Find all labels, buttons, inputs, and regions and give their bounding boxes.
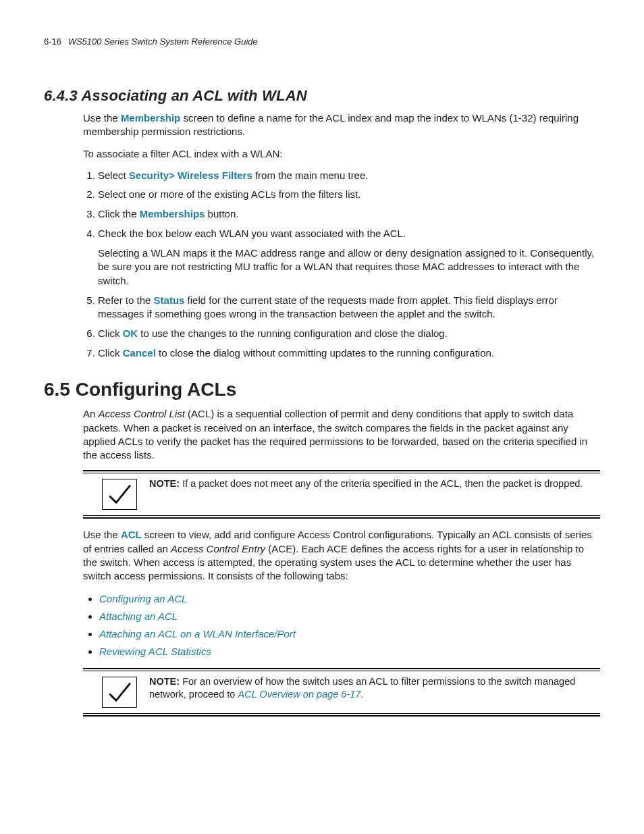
cancel-button-label: Cancel [123,347,156,359]
note-box-2: NOTE: For an overview of how the switch … [83,668,600,716]
step-4: Check the box below each WLAN you want a… [98,227,600,288]
lead-in: To associate a filter ACL index with a W… [83,147,600,161]
step-2: Select one or more of the existing ACLs … [98,188,600,202]
page: 6-16 WS5100 Series Switch System Referen… [0,0,644,834]
note-box-1: NOTE: If a packet does not meet any of t… [83,470,600,519]
checkmark-icon [102,677,137,708]
step-5: Refer to the Status field for the curren… [98,294,600,321]
link-attaching-acl[interactable]: Attaching an ACL [99,610,178,622]
ace-term: Access Control Entry [171,543,265,554]
note-text: NOTE: If a packet does not meet any of t… [149,477,583,490]
running-header: 6-16 WS5100 Series Switch System Referen… [44,36,600,47]
step-1: Select Security> Wireless Filters from t… [98,169,600,183]
procedure-steps: Select Security> Wireless Filters from t… [83,169,600,361]
link-configuring-acl[interactable]: Configuring an ACL [99,593,187,604]
note-label: NOTE: [149,676,180,687]
membership-term: Membership [121,112,180,124]
step-4-detail: Selecting a WLAN maps it the MAC address… [98,246,600,288]
acl-intro-paragraph: An Access Control List (ACL) is a sequen… [83,407,600,462]
status-field-label: Status [154,294,185,306]
content-area: 6.4.3 Associating an ACL with WLAN Use t… [44,87,600,716]
heading-title: Associating an ACL with WLAN [81,87,306,104]
page-number: 6-16 [44,36,61,47]
doc-title: WS5100 Series Switch System Reference Gu… [68,36,258,47]
acl-term: Access Control List [99,408,185,419]
menu-path: Security> Wireless Filters [129,170,252,181]
heading-number: 6.4.3 [44,87,78,104]
heading-6-4-3: 6.4.3 Associating an ACL with WLAN [44,87,600,105]
list-item: Configuring an ACL [99,591,600,607]
ok-button-label: OK [123,328,138,339]
note-label: NOTE: [149,478,180,489]
step-3: Click the Memberships button. [98,207,600,221]
list-item: Reviewing ACL Statistics [99,644,600,660]
heading-title: Configuring ACLs [76,379,236,400]
heading-number: 6.5 [44,379,70,400]
note-text: NOTE: For an overview of how the switch … [149,675,600,701]
link-attaching-acl-wlan[interactable]: Attaching an ACL on a WLAN Interface/Por… [99,628,296,640]
tabs-list: Configuring an ACL Attaching an ACL Atta… [83,591,600,660]
list-item: Attaching an ACL on a WLAN Interface/Por… [99,626,600,642]
step-6: Click OK to use the changes to the runni… [98,327,600,341]
checkmark-icon [102,479,137,510]
link-acl-overview[interactable]: ACL Overview on page 6-17 [238,689,360,700]
link-reviewing-acl-stats[interactable]: Reviewing ACL Statistics [99,646,211,657]
acl-screen-term: ACL [121,529,142,540]
memberships-button-label: Memberships [140,208,205,219]
acl-screen-paragraph: Use the ACL screen to view, add and conf… [83,528,600,583]
heading-6-5: 6.5 Configuring ACLs [44,379,600,400]
list-item: Attaching an ACL [99,608,600,625]
intro-paragraph: Use the Membership screen to define a na… [83,111,600,139]
step-7: Click Cancel to close the dialog without… [98,346,600,361]
